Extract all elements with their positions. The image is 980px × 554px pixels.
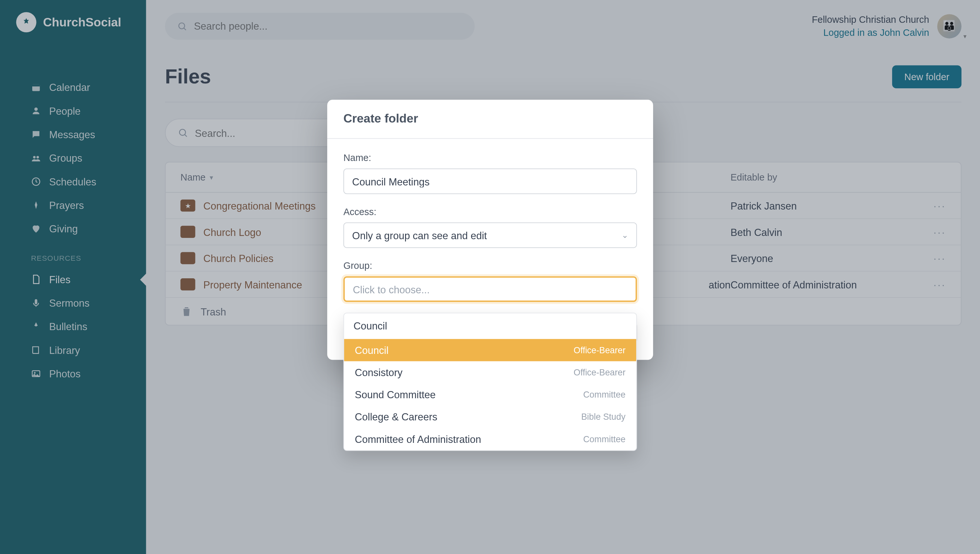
option-name: Sound Committee bbox=[355, 389, 436, 400]
option-name: Council bbox=[355, 345, 388, 356]
group-search-input[interactable] bbox=[353, 320, 627, 331]
folder-name-input[interactable] bbox=[344, 168, 637, 194]
option-type: Bible Study bbox=[581, 412, 625, 422]
chevron-down-icon: ⌄ bbox=[622, 230, 628, 240]
option-type: Office-Bearer bbox=[574, 367, 625, 377]
group-option[interactable]: Consistory Office-Bearer bbox=[344, 361, 636, 383]
option-type: Committee bbox=[583, 390, 625, 399]
group-option[interactable]: Sound Committee Committee bbox=[344, 383, 636, 406]
option-name: College & Careers bbox=[355, 411, 437, 422]
access-select[interactable]: Only a group can see and edit ⌄ bbox=[344, 222, 637, 248]
group-dropdown: Council Office-Bearer Consistory Office-… bbox=[344, 313, 637, 451]
group-placeholder: Click to choose... bbox=[353, 284, 430, 295]
option-name: Committee of Administration bbox=[355, 433, 481, 445]
access-value: Only a group can see and edit bbox=[352, 230, 487, 241]
group-search-wrap bbox=[344, 313, 636, 339]
name-label: Name: bbox=[344, 152, 637, 163]
group-option[interactable]: College & Careers Bible Study bbox=[344, 406, 636, 428]
option-type: Office-Bearer bbox=[574, 345, 625, 355]
modal-overlay[interactable]: Create folder Name: Access: Only a group… bbox=[0, 0, 980, 554]
create-folder-modal: Create folder Name: Access: Only a group… bbox=[327, 100, 653, 360]
group-option[interactable]: Committee of Administration Committee bbox=[344, 428, 636, 450]
modal-title: Create folder bbox=[327, 100, 653, 139]
group-select[interactable]: Click to choose... bbox=[344, 276, 637, 302]
group-label: Group: bbox=[344, 260, 637, 271]
option-name: Consistory bbox=[355, 367, 403, 378]
access-label: Access: bbox=[344, 206, 637, 217]
group-option[interactable]: Council Office-Bearer bbox=[344, 339, 636, 361]
option-type: Committee bbox=[583, 434, 625, 444]
